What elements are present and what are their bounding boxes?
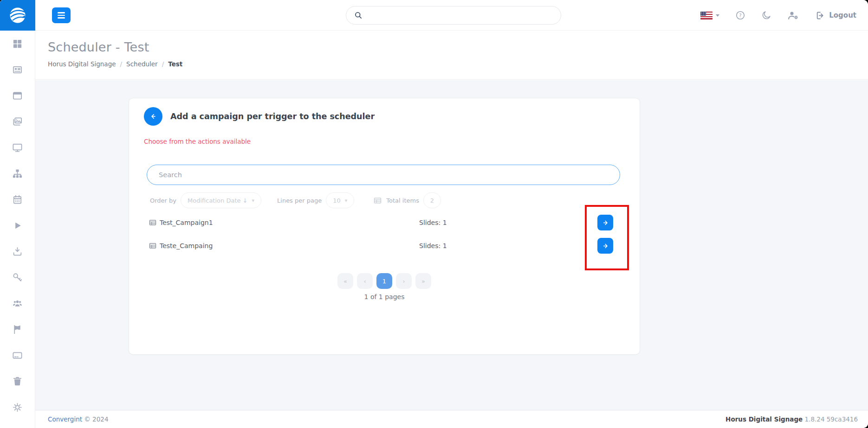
global-search-input[interactable] — [368, 12, 553, 19]
logout-icon — [815, 11, 825, 20]
us-flag-icon — [700, 12, 713, 19]
menu-toggle-button[interactable] — [52, 7, 71, 23]
total-items-label: Total items — [386, 197, 419, 204]
window-icon — [12, 90, 23, 101]
question-circle-icon: ? — [735, 10, 745, 20]
sidebar — [0, 0, 35, 428]
help-button[interactable]: ? — [735, 10, 745, 20]
pagination-prev-button[interactable]: ‹ — [357, 273, 373, 289]
chevron-down-icon — [716, 14, 719, 17]
select-campaign-button[interactable] — [597, 215, 613, 230]
breadcrumb-separator: / — [120, 60, 123, 68]
app-window: ? Logout — [0, 0, 868, 428]
sidebar-item-calendar[interactable] — [0, 186, 35, 212]
svg-text:?: ? — [739, 13, 742, 18]
campaign-search-input[interactable] — [147, 165, 620, 185]
order-by-label: Order by — [150, 197, 176, 204]
user-gear-icon — [787, 10, 799, 21]
sidebar-item-sitemap[interactable] — [0, 160, 35, 186]
campaign-list: Test_Campaign1 Slides: 1 Teste_Campaing — [129, 211, 640, 257]
sidebar-item-grid[interactable] — [0, 31, 35, 57]
falcon-logo-icon — [7, 5, 28, 26]
footer-version: Horus Digital Signage 1.8.24 59ca3416 — [725, 415, 858, 423]
pagination-next-button[interactable]: › — [396, 273, 412, 289]
sidebar-item-newspaper[interactable] — [0, 57, 35, 83]
moon-icon — [761, 10, 771, 20]
campaign-name-cell: Test_Campaign1 — [149, 219, 419, 226]
chevron-down-icon: ▾ — [345, 198, 348, 204]
logout-button[interactable]: Logout — [815, 11, 856, 20]
gear-icon — [12, 402, 23, 413]
monitor-icon — [12, 142, 23, 153]
users-icon — [12, 298, 23, 309]
sidebar-item-images[interactable] — [0, 109, 35, 134]
sidebar-item-key[interactable] — [0, 264, 35, 290]
account-settings-button[interactable] — [787, 10, 799, 21]
back-button[interactable] — [144, 107, 162, 126]
table-icon — [374, 197, 382, 204]
breadcrumb: Horus Digital Signage / Scheduler / Test — [48, 60, 868, 68]
page-header: Scheduler - Test Horus Digital Signage /… — [35, 31, 868, 80]
sidebar-item-monitor[interactable] — [0, 134, 35, 160]
lines-per-page-value: 10 — [333, 197, 341, 204]
convergint-link[interactable]: Convergint — [48, 415, 82, 423]
global-search[interactable] — [346, 6, 561, 25]
sitemap-icon — [12, 168, 23, 179]
copyright-text: © 2024 — [84, 415, 108, 423]
sidebar-item-play[interactable] — [0, 212, 35, 238]
topbar: ? Logout — [35, 0, 868, 31]
download-icon — [12, 246, 23, 257]
campaign-icon — [149, 243, 156, 249]
table-row: Teste_Campaing Slides: 1 — [129, 234, 640, 257]
arrow-right-icon — [602, 219, 609, 227]
version-text: 1.8.24 59ca3416 — [805, 415, 858, 423]
select-campaign-button[interactable] — [597, 238, 613, 254]
slides-count: Slides: 1 — [419, 242, 597, 249]
total-items-badge: 2 — [423, 192, 441, 208]
arrow-left-icon — [149, 112, 157, 121]
sidebar-item-card[interactable] — [0, 342, 35, 368]
calendar-icon — [12, 194, 23, 205]
card-header: Add a campaign per trigger to the schedu… — [129, 98, 640, 126]
campaign-name: Test_Campaign1 — [160, 219, 213, 226]
sidebar-item-flag[interactable] — [0, 316, 35, 342]
sidebar-item-trash[interactable] — [0, 368, 35, 394]
campaign-selection-card: Add a campaign per trigger to the schedu… — [129, 98, 640, 355]
slides-count: Slides: 1 — [419, 219, 597, 226]
lines-per-page-select[interactable]: 10 ▾ — [326, 192, 354, 208]
breadcrumb-root[interactable]: Horus Digital Signage — [48, 60, 116, 68]
play-icon — [12, 220, 23, 231]
sidebar-item-download[interactable] — [0, 238, 35, 264]
breadcrumb-section[interactable]: Scheduler — [126, 60, 158, 68]
flag-icon — [12, 324, 23, 335]
breadcrumb-current: Test — [168, 60, 182, 68]
trash-icon — [12, 376, 23, 387]
sidebar-item-window[interactable] — [0, 83, 35, 109]
language-selector[interactable] — [700, 12, 719, 19]
order-by-value: Modification Date ↓ — [188, 197, 247, 204]
order-by-select[interactable]: Modification Date ↓ ▾ — [181, 192, 261, 208]
pagination-last-button[interactable]: » — [415, 273, 431, 289]
search-icon — [354, 11, 363, 20]
pagination-page-1-button[interactable]: 1 — [376, 273, 392, 289]
main-content: Add a campaign per trigger to the schedu… — [35, 80, 868, 410]
newspaper-icon — [12, 64, 23, 75]
page-title: Scheduler - Test — [48, 40, 868, 54]
card-subtitle-alert: Choose from the actions available — [144, 138, 640, 145]
pagination-first-button[interactable]: « — [337, 273, 353, 289]
grid-icon — [12, 38, 23, 49]
key-icon — [12, 272, 23, 283]
filter-row: Order by Modification Date ↓ ▾ Lines per… — [150, 192, 640, 208]
images-icon — [12, 116, 23, 127]
breadcrumb-separator: / — [162, 60, 164, 68]
dark-mode-toggle[interactable] — [761, 10, 771, 20]
footer: Convergint © 2024 Horus Digital Signage … — [35, 410, 868, 428]
sidebar-item-users[interactable] — [0, 290, 35, 316]
pagination-summary: 1 of 1 pages — [129, 293, 640, 300]
lines-per-page-label: Lines per page — [277, 197, 322, 204]
logout-label: Logout — [829, 11, 856, 19]
card-title: Add a campaign per trigger to the schedu… — [170, 112, 375, 121]
product-name: Horus Digital Signage — [725, 415, 803, 423]
sidebar-item-gear[interactable] — [0, 394, 35, 420]
chevron-down-icon: ▾ — [252, 198, 255, 204]
